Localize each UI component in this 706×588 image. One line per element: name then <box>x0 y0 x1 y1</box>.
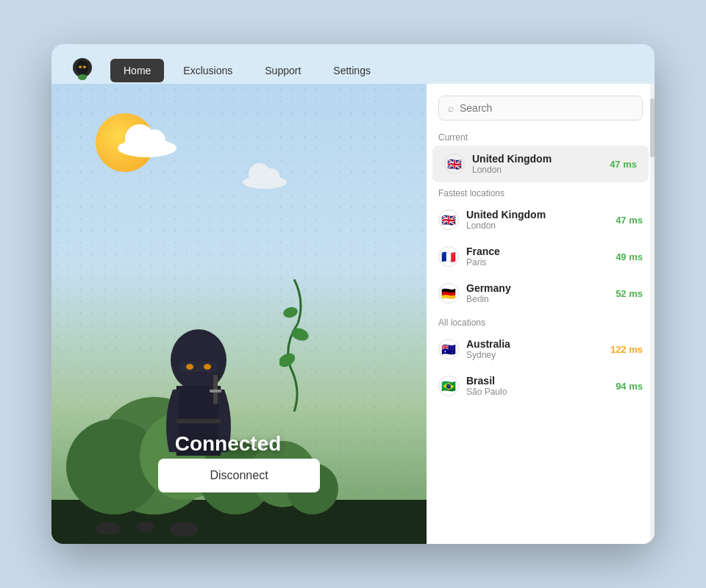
server-name: Brasil <box>466 375 608 387</box>
current-server-item[interactable]: 🇬🇧 United Kingdom London 47 ms <box>432 146 649 182</box>
server-list-panel: ⌕ Current 🇬🇧 United Kingdom London 47 ms… <box>427 84 655 544</box>
server-flag: 🇩🇪 <box>438 283 459 304</box>
server-list[interactable]: Current 🇬🇧 United Kingdom London 47 ms F… <box>427 126 655 544</box>
svg-point-13 <box>204 364 211 370</box>
svg-point-3 <box>79 66 82 68</box>
server-latency: 94 ms <box>616 381 643 392</box>
nav-support[interactable]: Support <box>252 59 314 82</box>
fastest-section-label: Fastest locations <box>427 182 655 201</box>
svg-point-8 <box>290 326 309 343</box>
server-city: Berlin <box>466 294 608 304</box>
server-latency: 49 ms <box>616 251 643 262</box>
current-server-info: United Kingdom London <box>472 153 602 175</box>
nav-settings[interactable]: Settings <box>320 59 384 82</box>
server-name: Germany <box>466 282 608 294</box>
svg-point-7 <box>279 351 297 370</box>
connection-status-text: Connected <box>88 432 368 456</box>
server-info: France Paris <box>466 245 608 268</box>
server-latency: 122 ms <box>610 344 643 355</box>
all-servers-list: 🇦🇺 Australia Sydney 122 ms 🇧🇷 Brasil São… <box>427 331 655 404</box>
nav-bar: Home Exclusions Support Settings <box>51 44 655 84</box>
nav-home[interactable]: Home <box>110 59 164 82</box>
rock-1 <box>96 522 121 535</box>
all-section-label: All locations <box>427 312 655 331</box>
server-city: São Paulo <box>466 387 608 397</box>
vine-illustration <box>279 279 309 412</box>
svg-rect-15 <box>210 390 221 392</box>
svg-point-12 <box>186 364 193 370</box>
server-name: Australia <box>466 338 603 350</box>
fastest-servers-list: 🇬🇧 United Kingdom London 47 ms 🇫🇷 France… <box>427 201 655 312</box>
current-server-name: United Kingdom <box>472 153 602 165</box>
svg-point-9 <box>282 306 299 320</box>
cloud-2 <box>243 172 287 190</box>
fastest-server-item[interactable]: 🇫🇷 France Paris 49 ms <box>427 238 655 275</box>
search-box[interactable]: ⌕ <box>438 96 643 121</box>
server-latency: 52 ms <box>616 288 643 299</box>
main-content: Connected Disconnect ⌕ Current 🇬🇧 United… <box>51 84 655 544</box>
server-latency: 47 ms <box>616 215 643 226</box>
svg-rect-11 <box>180 362 217 372</box>
left-panel: Connected Disconnect <box>51 84 427 544</box>
server-flag: 🇫🇷 <box>438 246 459 267</box>
svg-rect-16 <box>176 419 221 423</box>
scrollbar-track[interactable] <box>650 84 655 544</box>
server-flag: 🇧🇷 <box>438 376 459 396</box>
disconnect-button[interactable]: Disconnect <box>158 459 320 492</box>
app-window: Home Exclusions Support Settings <box>51 44 655 544</box>
nav-exclusions[interactable]: Exclusions <box>170 59 246 82</box>
fastest-server-item[interactable]: 🇬🇧 United Kingdom London 47 ms <box>427 201 655 238</box>
app-logo <box>69 57 96 84</box>
server-info: Germany Berlin <box>466 282 608 304</box>
server-city: Sydney <box>466 350 603 360</box>
server-name: United Kingdom <box>466 209 608 220</box>
current-server-latency: 47 ms <box>610 159 637 170</box>
server-flag: 🇦🇺 <box>438 339 459 359</box>
current-section-label: Current <box>427 126 655 146</box>
scrollbar-thumb[interactable] <box>650 98 655 157</box>
rock-2 <box>136 522 154 532</box>
fastest-server-item[interactable]: 🇩🇪 Germany Berlin 52 ms <box>427 275 655 312</box>
rock-3 <box>169 522 199 537</box>
all-server-item[interactable]: 🇧🇷 Brasil São Paulo 94 ms <box>427 368 655 404</box>
server-info: United Kingdom London <box>466 209 608 231</box>
all-server-item[interactable]: 🇦🇺 Australia Sydney 122 ms <box>427 331 655 368</box>
server-info: Brasil São Paulo <box>466 375 608 397</box>
svg-point-10 <box>171 329 227 391</box>
current-server-flag: 🇬🇧 <box>444 154 465 174</box>
cloud-1 <box>118 135 176 161</box>
svg-point-4 <box>83 66 86 68</box>
ground-rocks <box>96 522 199 537</box>
server-name: France <box>466 245 608 257</box>
server-info: Australia Sydney <box>466 338 603 360</box>
search-icon: ⌕ <box>448 102 454 114</box>
search-input[interactable] <box>460 102 633 114</box>
server-flag: 🇬🇧 <box>438 209 459 230</box>
current-server-city: London <box>472 165 602 175</box>
server-city: London <box>466 220 608 231</box>
server-city: Paris <box>466 257 608 268</box>
ninja-scene: Connected Disconnect <box>51 265 427 544</box>
